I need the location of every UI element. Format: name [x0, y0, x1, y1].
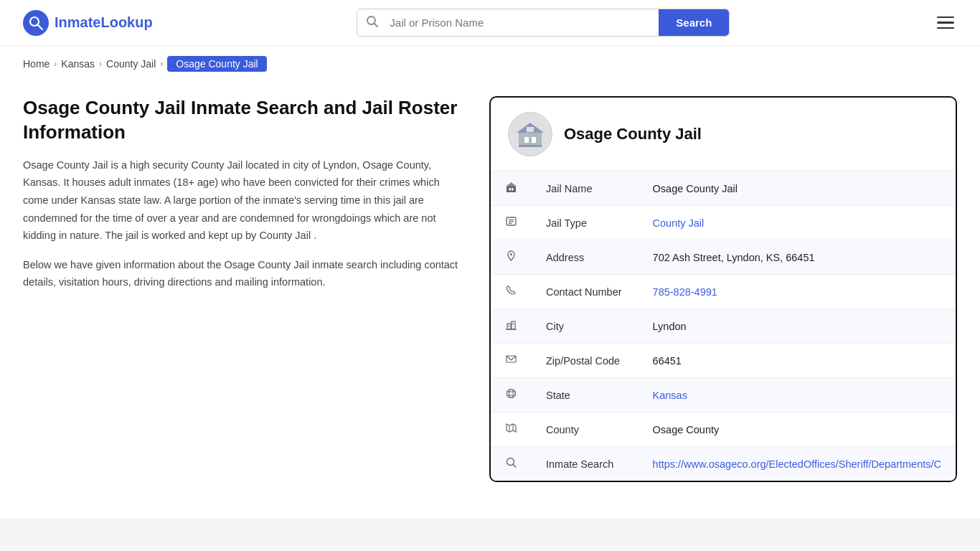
row-link[interactable]: https://www.osageco.org/ElectedOffices/S…	[653, 458, 941, 470]
search-icon	[491, 447, 532, 481]
svg-rect-23	[513, 324, 514, 325]
logo-text: InmateLookup	[55, 14, 153, 31]
row-link[interactable]: 785-828-4991	[653, 286, 717, 298]
logo-icon	[23, 10, 49, 36]
city-icon	[491, 309, 532, 344]
table-row: CityLyndon	[491, 309, 956, 344]
header: InmateLookup Search	[0, 0, 980, 46]
row-value: 66451	[639, 344, 956, 378]
table-row: Zip/Postal Code66451	[491, 344, 956, 378]
svg-rect-10	[507, 186, 516, 192]
row-value[interactable]: County Jail	[639, 206, 956, 240]
row-value: Osage County	[639, 413, 956, 447]
breadcrumb-sep3: ›	[160, 59, 163, 69]
breadcrumb-county-jail[interactable]: County Jail	[106, 58, 156, 70]
row-label: Inmate Search	[532, 447, 639, 481]
left-column: Osage County Jail Inmate Search and Jail…	[23, 96, 489, 303]
row-label: Jail Type	[532, 206, 639, 240]
breadcrumb-kansas[interactable]: Kansas	[61, 58, 95, 70]
row-label: State	[532, 378, 639, 413]
breadcrumb-sep2: ›	[99, 59, 102, 69]
map-icon	[491, 413, 532, 447]
logo[interactable]: InmateLookup	[23, 10, 153, 36]
footer	[0, 518, 980, 551]
table-row: Contact Number785-828-4991	[491, 275, 956, 309]
search-button[interactable]: Search	[659, 9, 729, 36]
breadcrumb: Home › Kansas › County Jail › Osage Coun…	[0, 46, 980, 82]
location-icon	[491, 240, 532, 275]
mail-icon	[491, 344, 532, 378]
row-label: Address	[532, 240, 639, 275]
row-label: Zip/Postal Code	[532, 344, 639, 378]
info-table: Jail NameOsage County JailJail TypeCount…	[491, 171, 956, 481]
table-row: Jail NameOsage County Jail	[491, 171, 956, 206]
svg-point-26	[509, 390, 514, 398]
svg-rect-8	[527, 127, 534, 132]
row-link[interactable]: Kansas	[653, 390, 687, 401]
page-description-2: Below we have given information about th…	[23, 256, 461, 291]
svg-rect-20	[512, 321, 515, 329]
row-link[interactable]: County Jail	[653, 217, 705, 229]
svg-rect-4	[519, 131, 542, 147]
list-icon	[491, 206, 532, 240]
hamburger-line1	[937, 17, 954, 19]
hamburger-line3	[937, 27, 954, 29]
row-value[interactable]: Kansas	[639, 378, 956, 413]
table-row: StateKansas	[491, 378, 956, 413]
row-label: Contact Number	[532, 275, 639, 309]
globe-icon	[491, 378, 532, 413]
svg-rect-12	[509, 188, 512, 191]
svg-line-3	[374, 24, 378, 27]
svg-line-1	[38, 24, 43, 29]
svg-rect-7	[532, 137, 536, 143]
svg-rect-22	[509, 326, 510, 327]
row-label: Jail Name	[532, 171, 639, 206]
search-input[interactable]	[387, 9, 659, 36]
breadcrumb-active: Osage County Jail	[167, 56, 266, 72]
table-row: Inmate Searchhttps://www.osageco.org/Ele…	[491, 447, 956, 481]
search-bar: Search	[357, 9, 730, 37]
row-value[interactable]: https://www.osageco.org/ElectedOffices/S…	[639, 447, 956, 481]
row-label: City	[532, 309, 639, 344]
svg-rect-9	[519, 145, 542, 147]
search-bar-icon	[357, 15, 387, 30]
page-heading: Osage County Jail Inmate Search and Jail…	[23, 96, 461, 145]
main-content: Osage County Jail Inmate Search and Jail…	[0, 82, 980, 511]
table-row: Jail TypeCounty Jail	[491, 206, 956, 240]
hamburger-menu[interactable]	[934, 14, 957, 32]
table-row: CountyOsage County	[491, 413, 956, 447]
info-card: Osage County Jail Jail NameOsage County …	[489, 96, 957, 482]
svg-point-18	[510, 253, 512, 255]
breadcrumb-home[interactable]: Home	[23, 58, 50, 70]
svg-rect-6	[524, 137, 529, 143]
page-description-1: Osage County Jail is a high security Cou…	[23, 156, 461, 245]
row-label: County	[532, 413, 639, 447]
row-value: Lyndon	[639, 309, 956, 344]
svg-point-25	[507, 390, 516, 398]
card-title: Osage County Jail	[564, 125, 702, 143]
row-value: 702 Ash Street, Lyndon, KS, 66451	[639, 240, 956, 275]
card-header: Osage County Jail	[491, 98, 956, 171]
svg-rect-13	[512, 188, 514, 191]
hamburger-line2	[937, 22, 954, 24]
svg-marker-11	[506, 182, 517, 187]
row-value[interactable]: 785-828-4991	[639, 275, 956, 309]
breadcrumb-sep1: ›	[54, 59, 57, 69]
table-row: Address702 Ash Street, Lyndon, KS, 66451	[491, 240, 956, 275]
phone-icon	[491, 275, 532, 309]
jail-building-icon	[514, 118, 546, 150]
building-icon	[491, 171, 532, 206]
svg-marker-29	[507, 424, 516, 432]
row-value: Osage County Jail	[639, 171, 956, 206]
jail-avatar	[508, 112, 552, 156]
svg-line-33	[513, 464, 516, 467]
